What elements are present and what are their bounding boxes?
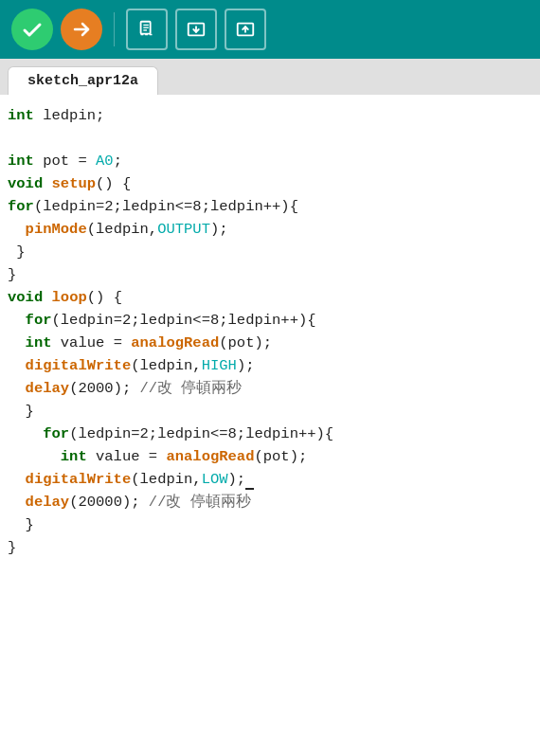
- toolbar: [0, 0, 540, 59]
- tab-bar: sketch_apr12a: [0, 59, 540, 95]
- save-button[interactable]: [225, 9, 266, 50]
- code-editor[interactable]: int ledpin; int pot = A0; void setup() {…: [0, 95, 540, 568]
- verify-button[interactable]: [11, 9, 53, 50]
- open-button[interactable]: [175, 9, 217, 50]
- upload-button[interactable]: [61, 9, 102, 50]
- toolbar-separator: [114, 12, 115, 46]
- editor-container: sketch_apr12a int ledpin; int pot = A0; …: [0, 59, 540, 756]
- new-file-button[interactable]: [126, 9, 168, 50]
- sketch-tab[interactable]: sketch_apr12a: [8, 66, 158, 95]
